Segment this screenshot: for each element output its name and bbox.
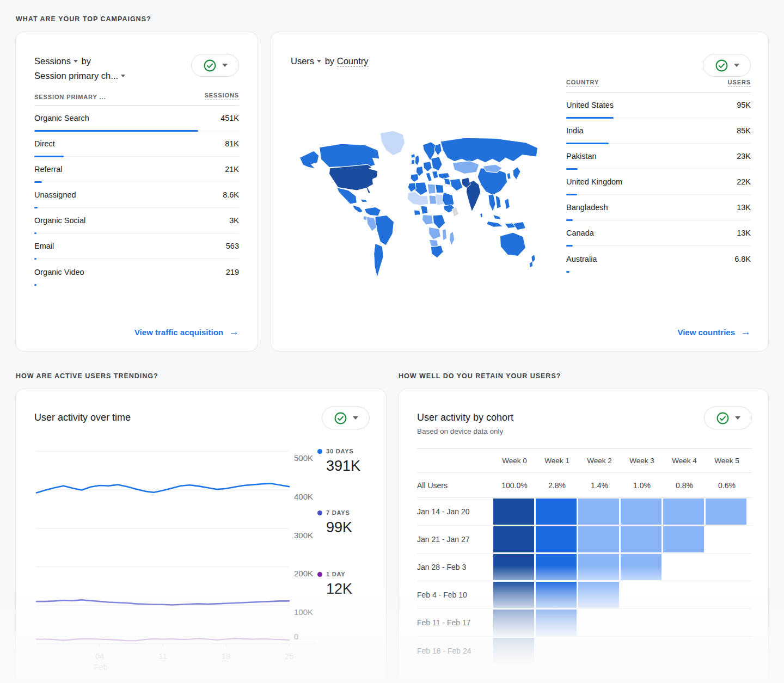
cohort-cell: [493, 610, 534, 636]
cohort-cells[interactable]: [493, 638, 534, 664]
svg-text:Feb: Feb: [94, 662, 108, 672]
dimension-column-header[interactable]: COUNTRY: [566, 79, 599, 87]
cohort-cell: [621, 526, 661, 552]
cohort-cell: [493, 526, 534, 552]
cohort-row: Jan 28 - Feb 3: [417, 553, 752, 581]
cohort-cell: [493, 499, 534, 525]
table-row: Pakistan23K: [566, 144, 751, 169]
data-quality-button[interactable]: [191, 54, 239, 77]
legend-value: 12K: [326, 581, 367, 598]
check-circle-icon: [716, 411, 730, 425]
value-bar: [566, 271, 569, 273]
legend-item-30-days: 30 DAYS 391K: [317, 448, 367, 475]
table-row: Bangladesh13K: [566, 195, 751, 220]
table-header: COUNTRY USERS: [566, 79, 751, 93]
metric-column-header[interactable]: SESSIONS: [205, 92, 239, 100]
chart-gridlines: [36, 451, 315, 647]
table-row: United Kingdom22K: [566, 169, 751, 195]
section-title-campaigns: WHAT ARE YOUR TOP CAMPAIGNS?: [16, 15, 769, 23]
line-series-30-days: [36, 484, 289, 493]
check-circle-icon: [203, 59, 217, 72]
section-title-trending: HOW ARE ACTIVE USERS TRENDING?: [16, 372, 387, 380]
view-traffic-acquisition-link[interactable]: View traffic acquisition→: [134, 326, 239, 338]
y-axis-labels: 500K 400K 300K 200K 100K 0: [294, 453, 313, 641]
svg-text:100K: 100K: [294, 607, 313, 617]
table-row: Email563: [34, 233, 239, 259]
legend-dot-icon: [317, 510, 322, 515]
metric-selector[interactable]: Sessions: [34, 56, 79, 66]
svg-text:300K: 300K: [294, 531, 313, 540]
activity-card-title: User activity over time: [34, 412, 131, 423]
chevron-down-icon: [353, 416, 358, 420]
countries-card-title: Users by Country: [291, 54, 369, 69]
cohort-cells[interactable]: [493, 499, 746, 525]
dimension-selector[interactable]: Country: [337, 56, 369, 67]
cohort-row: Feb 18 - Feb 24: [417, 637, 752, 664]
cohort-cells[interactable]: [493, 582, 619, 608]
cohort-row: Feb 4 - Feb 10: [417, 581, 752, 609]
world-map[interactable]: [291, 130, 547, 286]
cohort-cell: [578, 526, 619, 552]
chevron-down-icon: [121, 75, 125, 77]
metric-label: Users: [291, 56, 314, 66]
view-countries-link[interactable]: View countries→: [677, 326, 751, 338]
activity-line-chart[interactable]: 500K 400K 300K 200K 100K 0 04 11 18 25 F…: [34, 444, 317, 675]
sessions-card-title: Sessions by Session primary ch...: [34, 54, 126, 83]
cohort-cell: [536, 499, 577, 525]
svg-text:11: 11: [158, 651, 167, 661]
table-row: Australia6.8K: [566, 246, 751, 272]
cohort-cell: [493, 554, 534, 580]
chevron-down-icon: [735, 416, 740, 420]
cohort-cell: [621, 554, 661, 580]
svg-text:200K: 200K: [294, 569, 313, 578]
chart-legend: 30 DAYS 391K 7 DAYS 99K 1 DAY 12K: [317, 444, 367, 675]
cohort-cell: [536, 526, 577, 552]
svg-text:500K: 500K: [294, 453, 313, 463]
metric-label: Sessions: [34, 56, 71, 66]
table-row: Organic Video219: [34, 259, 239, 285]
table-row: United States95K: [566, 93, 751, 118]
cohort-row: Feb 11 - Feb 17: [417, 609, 752, 637]
cohort-cell: [536, 582, 577, 608]
table-header: SESSION PRIMARY ... SESSIONS: [34, 92, 239, 106]
data-quality-button[interactable]: [704, 407, 752, 429]
table-row: India85K: [566, 118, 751, 144]
dimension-label: Session primary ch...: [34, 71, 118, 81]
legend-dot-icon: [317, 572, 322, 577]
cohort-cell: [536, 610, 577, 636]
data-quality-button[interactable]: [322, 407, 370, 429]
cohort-cell: [578, 582, 619, 608]
legend-item-1-day: 1 DAY 12K: [317, 571, 367, 598]
cohort-cell: [621, 499, 661, 525]
cohort-cell: [578, 499, 619, 525]
cohort-card-title: User activity by cohort: [417, 412, 513, 423]
table-row: Organic Social3K: [34, 208, 239, 233]
table-row: Referral21K: [34, 157, 239, 182]
table-row: Organic Search451K: [34, 106, 239, 131]
cohort-row: Jan 14 - Jan 20: [417, 498, 752, 526]
line-series-1-day: [36, 638, 289, 641]
analytics-dashboard: WHAT ARE YOUR TOP CAMPAIGNS? Sessions by…: [0, 0, 784, 683]
metric-selector[interactable]: Users: [291, 56, 322, 66]
cohort-cells[interactable]: [493, 554, 661, 580]
cohort-cell: [493, 638, 534, 664]
dimension-column-header: SESSION PRIMARY ...: [34, 94, 106, 100]
chevron-down-icon: [317, 60, 321, 63]
activity-card: User activity over time: [15, 389, 387, 683]
countries-table: COUNTRY USERS United States95K India85K …: [566, 70, 751, 326]
dimension-selector[interactable]: Session primary ch...: [34, 71, 126, 81]
chevron-down-icon: [734, 64, 739, 67]
table-row: Direct81K: [34, 131, 239, 157]
sessions-card: Sessions by Session primary ch... SESSIO…: [15, 32, 258, 352]
metric-column-header[interactable]: USERS: [728, 79, 751, 87]
cohort-cells[interactable]: [493, 610, 577, 636]
cohort-cell: [536, 554, 577, 580]
title-by: by: [82, 56, 91, 66]
cohort-cells[interactable]: [493, 526, 704, 552]
check-circle-icon: [334, 411, 347, 425]
legend-item-7-days: 7 DAYS 99K: [317, 509, 367, 536]
cohort-card: User activity by cohort Based on device …: [398, 389, 769, 683]
cohort-week-header: Week 0 Week 1 Week 2 Week 3 Week 4 Week …: [417, 449, 752, 473]
cohort-card-titles: User activity by cohort Based on device …: [417, 402, 513, 435]
map-countries: [299, 131, 537, 278]
